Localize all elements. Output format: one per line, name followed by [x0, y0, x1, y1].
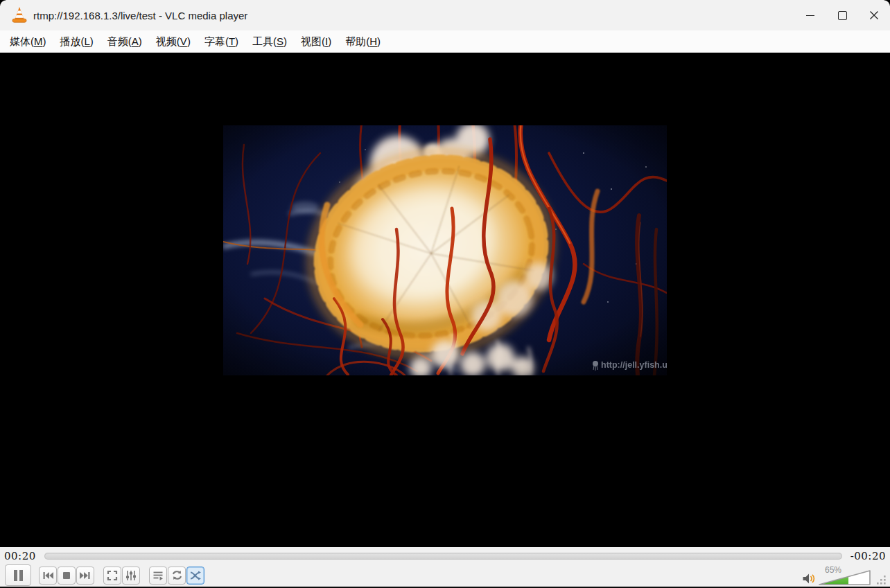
watermark-text: http://jell.yfish.us: [601, 360, 667, 370]
next-button[interactable]: [76, 567, 94, 585]
menu-audio[interactable]: 音频(A): [101, 33, 149, 51]
playlist-button[interactable]: [149, 567, 167, 585]
minimize-icon: [806, 15, 814, 16]
volume-icon[interactable]: [802, 573, 816, 585]
stop-icon: [62, 571, 71, 580]
menu-playback[interactable]: 播放(L): [53, 33, 101, 51]
maximize-icon: [838, 11, 847, 20]
vlc-window: rtmp://192.168.1.3/live/test - VLC media…: [0, 0, 890, 588]
watermark: http://jell.yfish.us: [593, 360, 667, 371]
fullscreen-icon: [107, 570, 118, 581]
menubar: 媒体(M) 播放(L) 音频(A) 视频(V) 字幕(T) 工具(S) 视图(I…: [0, 30, 890, 53]
menu-subtitle[interactable]: 字幕(T): [198, 33, 245, 51]
pause-icon: [13, 570, 24, 581]
volume-controls: 65%: [802, 564, 872, 587]
resize-grip[interactable]: [876, 575, 887, 585]
titlebar: rtmp://192.168.1.3/live/test - VLC media…: [0, 0, 890, 30]
menu-tools[interactable]: 工具(S): [245, 33, 294, 51]
vlc-cone-icon: [11, 6, 28, 24]
menu-media[interactable]: 媒体(M): [3, 33, 53, 51]
close-icon: [869, 10, 879, 20]
menu-help[interactable]: 帮助(H): [338, 33, 387, 51]
video-surface[interactable]: http://jell.yfish.us: [0, 53, 890, 547]
random-button[interactable]: [186, 567, 204, 585]
playlist-icon: [152, 570, 164, 581]
loop-button[interactable]: [168, 567, 186, 585]
menu-video[interactable]: 视频(V): [149, 33, 198, 51]
video-frame: http://jell.yfish.us: [223, 125, 667, 375]
jellyfish-video: http://jell.yfish.us: [223, 125, 667, 375]
stop-button[interactable]: [58, 567, 76, 585]
equalizer-icon: [125, 570, 137, 581]
maximize-button[interactable]: [826, 0, 858, 30]
seek-row: 00:20 -00:20: [0, 547, 890, 564]
elapsed-time: 00:20: [4, 550, 36, 562]
controls-bar: 00:20 -00:20: [0, 547, 890, 588]
menu-view[interactable]: 视图(I): [294, 33, 338, 51]
fullscreen-button[interactable]: [103, 567, 121, 585]
previous-icon: [42, 571, 53, 580]
minimize-button[interactable]: [794, 0, 826, 30]
pause-button[interactable]: [5, 564, 31, 586]
volume-slider[interactable]: 65%: [818, 564, 872, 587]
shuffle-icon: [190, 571, 201, 580]
next-icon: [80, 571, 91, 580]
window-title: rtmp://192.168.1.3/live/test - VLC media…: [33, 10, 247, 21]
transport-controls: 65%: [0, 564, 890, 587]
close-button[interactable]: [858, 0, 890, 30]
remaining-time: -00:20: [850, 550, 886, 562]
previous-button[interactable]: [39, 567, 57, 585]
extended-settings-button[interactable]: [122, 567, 140, 585]
volume-percent: 65%: [825, 565, 841, 575]
loop-icon: [171, 570, 183, 580]
seek-slider[interactable]: [44, 553, 842, 560]
